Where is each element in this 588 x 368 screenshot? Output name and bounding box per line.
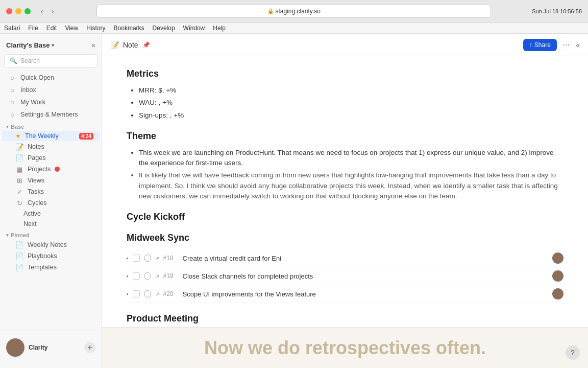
base-label: Base <box>11 124 24 130</box>
collapse-sidebar-button[interactable]: « <box>91 41 95 49</box>
search-placeholder: Search <box>20 57 40 64</box>
share-label: Share <box>534 41 551 49</box>
task-checkbox[interactable] <box>133 290 140 297</box>
search-box[interactable]: 🔍 Search <box>4 54 97 67</box>
content-header: 📝 Note 📌 ↑ Share ··· « <box>102 34 588 56</box>
task-text: Scope UI improvements for the Views feat… <box>183 290 548 298</box>
collapse-right-button[interactable]: « <box>576 41 580 49</box>
url-text: staging.clarity.so <box>276 8 321 15</box>
address-bar[interactable]: 🔒 staging.clarity.so <box>96 5 491 18</box>
sidebar-item-notes[interactable]: 📝 Notes <box>2 141 100 152</box>
app-container: Clarity's Base ▾ « 🔍 Search ○ Quick Open… <box>0 34 588 368</box>
sidebar-label-templates: Templates <box>28 264 57 271</box>
sidebar-item-tasks[interactable]: ✓ Tasks <box>2 186 100 197</box>
user-name: Clarity <box>29 344 47 351</box>
menu-view[interactable]: View <box>65 25 78 32</box>
sidebar-label-active: Active <box>23 210 41 217</box>
sidebar-label-quick-open: Quick Open <box>20 74 54 81</box>
theme-heading: Theme <box>127 131 564 142</box>
red-dot-badge <box>55 167 60 172</box>
sidebar-item-pages[interactable]: 📄 Pages <box>2 152 100 164</box>
task-item: • ↗ #20 Scope UI improvements for the Vi… <box>127 285 564 303</box>
list-item: Sign-ups: , +% <box>139 110 564 121</box>
theme-para-1: This week we are launching on ProductHun… <box>139 149 553 167</box>
sidebar-item-playbooks[interactable]: 📄 Playbooks <box>2 250 100 262</box>
sidebar-label-pages: Pages <box>28 154 45 162</box>
list-item: MRR: $, +% <box>139 85 564 96</box>
title-bar: ‹ › 🔒 staging.clarity.so Sun Jul 18 10:5… <box>0 0 588 22</box>
back-button[interactable]: ‹ <box>39 6 45 16</box>
task-text: Create a virtual credit card for Eni <box>183 255 548 262</box>
quick-open-icon: ○ <box>8 74 16 82</box>
cycles-icon: ↻ <box>15 199 23 207</box>
retro-banner-text: Now we do retrospectives often. <box>204 337 486 359</box>
sidebar-item-inbox[interactable]: ○ Inbox <box>2 84 100 96</box>
sidebar-label-inbox: Inbox <box>20 86 36 94</box>
sidebar-label-cycles: Cycles <box>28 199 47 206</box>
share-button[interactable]: ↑ Share <box>523 39 557 51</box>
section-cycle-kickoff: Cycle Kickoff <box>127 212 564 222</box>
maximize-button[interactable] <box>24 8 31 14</box>
sidebar-item-cycles[interactable]: ↻ Cycles <box>2 197 100 209</box>
task-text: Close Slack channels for completed proje… <box>183 272 548 280</box>
sidebar-item-the-weekly[interactable]: ★ The Weekly 4:34 <box>2 131 100 141</box>
sidebar-item-settings[interactable]: ○ Settings & Members <box>2 108 100 121</box>
retro-banner: Now we do retrospectives often. <box>102 327 588 368</box>
metrics-heading: Metrics <box>127 68 564 79</box>
pinned-section-header[interactable]: ▾ Pinned <box>0 229 102 239</box>
more-button[interactable]: ··· <box>561 38 572 52</box>
workspace-name[interactable]: Clarity's Base ▾ <box>6 41 54 49</box>
sidebar-label-next: Next <box>23 220 37 227</box>
menu-edit[interactable]: Edit <box>46 25 57 32</box>
sidebar-item-active[interactable]: Active <box>2 209 100 219</box>
menu-safari[interactable]: Safari <box>4 25 20 32</box>
task-checkbox[interactable] <box>133 255 140 262</box>
priority-icon <box>144 255 151 262</box>
sidebar-item-templates[interactable]: 📄 Templates <box>2 262 100 273</box>
list-item: It is likely that we will have feedback … <box>139 170 564 201</box>
help-button[interactable]: ? <box>566 346 580 360</box>
sidebar-item-next[interactable]: Next <box>2 219 100 229</box>
traffic-lights <box>6 8 31 14</box>
base-section-header[interactable]: ▾ Base <box>0 121 102 131</box>
settings-icon: ○ <box>8 110 16 119</box>
datetime-text: Sun Jul 18 10:56:58 <box>532 8 582 14</box>
menu-develop[interactable]: Develop <box>153 25 175 32</box>
minimize-button[interactable] <box>15 8 21 14</box>
midweek-sync-heading: Midweek Sync <box>127 233 564 243</box>
close-button[interactable] <box>6 8 12 14</box>
menu-history[interactable]: History <box>86 25 105 32</box>
sidebar-item-projects[interactable]: ▦ Projects <box>2 164 100 175</box>
priority-icon <box>144 272 151 280</box>
add-button[interactable]: + <box>84 342 95 353</box>
sidebar-label-tasks: Tasks <box>28 188 44 195</box>
theme-list: This week we are launching on ProductHun… <box>127 148 564 201</box>
pinned-section-label: ▾ Pinned <box>6 232 30 238</box>
menu-file[interactable]: File <box>28 25 38 32</box>
sidebar-item-views[interactable]: ⊞ Views <box>2 175 100 186</box>
templates-icon: 📄 <box>15 263 23 271</box>
metrics-list: MRR: $, +% WAU: , +% Sign-ups: , +% <box>127 85 564 121</box>
my-work-icon: ○ <box>8 98 16 106</box>
menu-bookmarks[interactable]: Bookmarks <box>114 25 144 32</box>
playbooks-icon: 📄 <box>15 252 23 260</box>
sidebar-item-quick-open[interactable]: ○ Quick Open <box>2 72 100 84</box>
task-checkbox[interactable] <box>133 272 140 280</box>
weekly-notes-icon: 📄 <box>15 241 23 249</box>
sidebar-item-weekly-notes[interactable]: 📄 Weekly Notes <box>2 239 100 250</box>
forward-button[interactable]: › <box>50 6 56 16</box>
chevron-down-icon: ▾ <box>52 42 54 48</box>
sidebar-label-settings: Settings & Members <box>20 111 78 118</box>
menu-help[interactable]: Help <box>213 25 226 32</box>
pin-icon[interactable]: 📌 <box>142 41 150 49</box>
share-icon: ↑ <box>529 41 532 49</box>
sidebar-label-notes: Notes <box>28 143 44 150</box>
projects-icon: ▦ <box>15 165 23 173</box>
sidebar-item-my-work[interactable]: ○ My Work <box>2 96 100 108</box>
pages-icon: 📄 <box>15 154 23 162</box>
header-actions: ↑ Share ··· « <box>523 38 580 52</box>
time-badge: 4:34 <box>79 133 93 140</box>
menu-window[interactable]: Window <box>183 25 205 32</box>
browser-controls: ‹ › <box>39 6 56 16</box>
sidebar-label-projects: Projects <box>28 166 51 173</box>
